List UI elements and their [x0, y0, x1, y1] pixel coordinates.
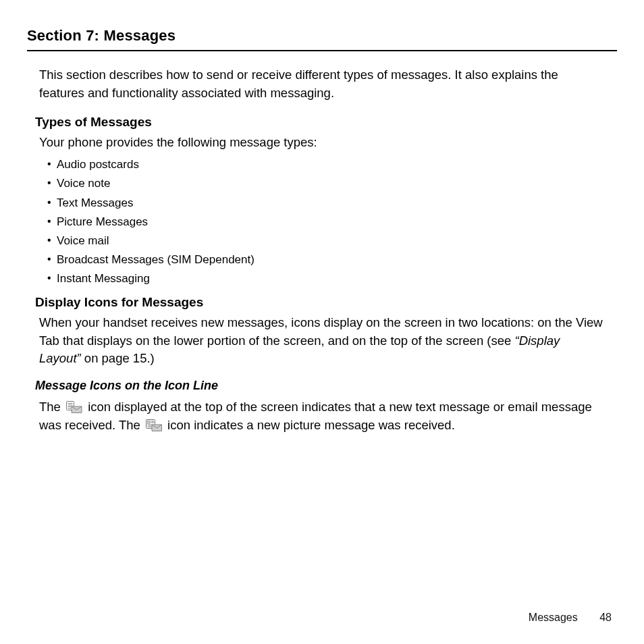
svg-rect-7 [147, 421, 150, 424]
list-item: Instant Messaging [47, 269, 617, 288]
heading-display-icons: Display Icons for Messages [35, 295, 617, 310]
list-item: Audio postcards [47, 155, 617, 174]
section-title: Section 7: Messages [27, 27, 617, 51]
page: Section 7: Messages This section describ… [0, 0, 644, 644]
page-number: 48 [599, 612, 612, 623]
text: The [39, 400, 64, 414]
text: icon indicates a new picture message was… [167, 418, 455, 432]
intro-paragraph: This section describes how to send or re… [39, 66, 605, 103]
list-item: Text Messages [47, 194, 617, 213]
picture-message-icon [146, 419, 162, 431]
heading-types-of-messages: Types of Messages [35, 115, 617, 130]
list-item: Voice note [47, 174, 617, 193]
list-item: Broadcast Messages (SIM Dependent) [47, 250, 617, 269]
types-lead: Your phone provides the following messag… [39, 134, 605, 152]
list-item: Voice mail [47, 232, 617, 250]
message-types-list: Audio postcards Voice note Text Messages… [47, 155, 617, 288]
text-message-icon [66, 400, 82, 412]
heading-message-icons-on-icon-line: Message Icons on the Icon Line [35, 379, 617, 393]
page-footer: Messages 48 [529, 612, 612, 624]
text: on page 15.) [81, 351, 155, 365]
list-item: Picture Messages [47, 213, 617, 232]
footer-label: Messages [529, 612, 578, 623]
icon-line-paragraph: The icon displayed at the top of the scr… [39, 398, 605, 435]
display-icons-paragraph: When your handset receives new messages,… [39, 314, 605, 368]
